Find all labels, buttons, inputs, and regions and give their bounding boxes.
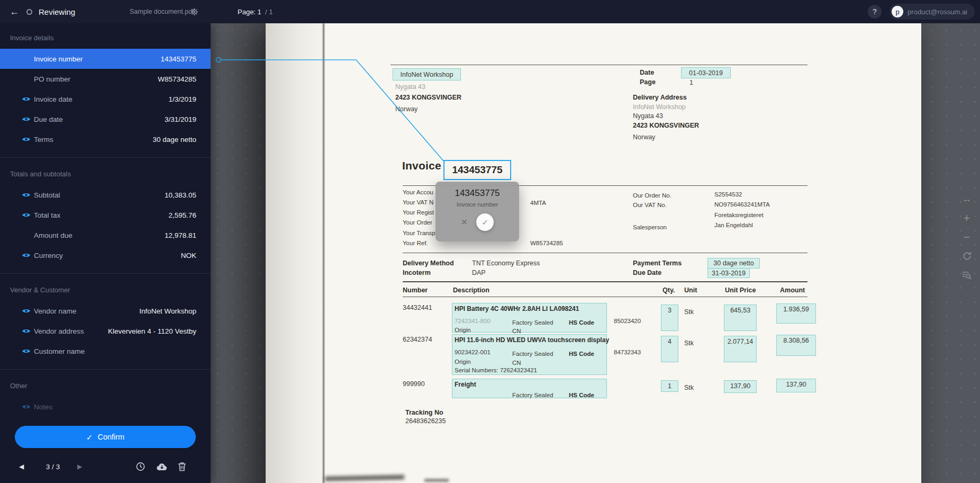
line-item-unit: Stk bbox=[684, 384, 694, 391]
field-label: Terms bbox=[34, 136, 152, 144]
app-root: ← Reviewing Sample document.pdf Page: 1 … bbox=[0, 0, 980, 483]
line-item-qty-box[interactable]: 3 bbox=[661, 305, 678, 331]
field-row-due-date[interactable]: Due date 3/31/2019 bbox=[0, 109, 211, 129]
field-row-invoice-number[interactable]: Invoice number 143453775 bbox=[0, 49, 211, 69]
field-row-vendor-address[interactable]: Vendor address Kleverveien 4 - 1120 Vest… bbox=[0, 321, 211, 341]
top-bar: ← Reviewing Sample document.pdf Page: 1 … bbox=[0, 0, 980, 23]
field-row-total-tax[interactable]: Total tax 2,595.76 bbox=[0, 205, 211, 225]
delivery-city: 2423 KONGSVINGER bbox=[633, 122, 699, 129]
field-row-invoice-date[interactable]: Invoice date 1/3/2019 bbox=[0, 89, 211, 109]
line-item-factory: Factory Sealed bbox=[512, 351, 553, 357]
our-register-value: Foretaksregisteret bbox=[714, 212, 764, 218]
help-button[interactable]: ? bbox=[868, 5, 882, 19]
line-item-qty-box[interactable]: 4 bbox=[661, 336, 678, 362]
fit-width-icon[interactable]: ↔ bbox=[962, 194, 972, 204]
field-value: NOK bbox=[181, 252, 196, 260]
eye-icon[interactable] bbox=[22, 253, 31, 258]
invoice-number-value: 143453775 bbox=[452, 164, 502, 176]
field-label: Vendor name bbox=[34, 307, 139, 315]
your-vat-value: 4MTA bbox=[530, 200, 546, 206]
line-item-title: HPI 11.6-inch HD WLED UWVA touchscreen d… bbox=[455, 336, 609, 344]
field-row-customer-name[interactable]: Customer name bbox=[0, 341, 211, 361]
line-item-serial: Serial Numbers: 72624323421 bbox=[455, 367, 537, 373]
payment-terms-highlight[interactable]: 30 dage netto bbox=[707, 258, 760, 269]
search-text-icon[interactable] bbox=[961, 270, 972, 281]
sender-country: Norway bbox=[395, 105, 418, 113]
zoom-out-icon[interactable]: − bbox=[964, 232, 970, 242]
field-value: Kleverveien 4 - 1120 Vestby bbox=[108, 327, 196, 335]
line-item-title: Freight bbox=[455, 381, 476, 388]
line-item-amount-box[interactable]: 1.936,59 bbox=[776, 303, 816, 324]
field-row-vendor-name[interactable]: Vendor name InfoNet Workshop bbox=[0, 301, 211, 321]
line-item-number: 34432441 bbox=[403, 304, 432, 311]
tracking-value: 26483626235 bbox=[405, 417, 446, 425]
line-item-origin-label: Origin bbox=[455, 359, 471, 365]
approve-check-icon[interactable]: ✓ bbox=[476, 213, 494, 231]
history-clock-icon[interactable] bbox=[135, 462, 146, 472]
line-item-price-box[interactable]: 2.077,14 bbox=[724, 336, 757, 362]
reject-icon[interactable]: ✕ bbox=[461, 218, 468, 227]
eye-icon[interactable] bbox=[22, 404, 31, 410]
field-label: Subtotal bbox=[34, 191, 165, 199]
eye-icon[interactable] bbox=[22, 348, 31, 354]
line-item-amount: 8.308,56 bbox=[783, 337, 809, 344]
line-item-price-box[interactable]: 645,53 bbox=[724, 305, 757, 331]
confirm-button[interactable]: ✓ Confirm bbox=[15, 426, 196, 448]
scan-artifact bbox=[325, 475, 404, 481]
line-item-origin-label: Origin bbox=[455, 327, 471, 333]
rotate-page-icon[interactable] bbox=[962, 251, 972, 261]
due-date-label: Due Date bbox=[633, 269, 661, 276]
zoom-in-icon[interactable]: + bbox=[964, 213, 970, 223]
eye-icon[interactable] bbox=[22, 328, 31, 334]
field-label: Vendor address bbox=[34, 327, 108, 335]
account-menu[interactable]: p product@rossum.ai bbox=[890, 4, 975, 20]
date-label: Date bbox=[640, 69, 654, 76]
field-row-notes[interactable]: Notes bbox=[0, 397, 211, 417]
line-item-qty-box[interactable]: 1 bbox=[661, 380, 678, 392]
date-highlight[interactable]: 01-03-2019 bbox=[681, 67, 731, 78]
eye-icon[interactable] bbox=[22, 192, 31, 198]
line-item-amount-box[interactable]: 8.308,56 bbox=[776, 335, 816, 356]
trash-icon[interactable] bbox=[178, 462, 186, 471]
salesperson-value: Jan Engeldahl bbox=[714, 222, 753, 228]
eye-icon[interactable] bbox=[22, 212, 31, 218]
delivery-street: Nygata 43 bbox=[633, 112, 663, 120]
invoice-page: InfoNet Workshop Nygata 43 2423 KONGSVIN… bbox=[266, 23, 921, 483]
line-item-origin-value: CN bbox=[512, 328, 521, 334]
cloud-download-icon[interactable] bbox=[156, 462, 168, 471]
our-order-value: S2554532 bbox=[714, 191, 742, 198]
back-icon[interactable]: ← bbox=[10, 0, 19, 23]
canvas-toolbar: ↔ + − bbox=[961, 194, 972, 281]
eye-icon[interactable] bbox=[22, 137, 31, 142]
document-canvas[interactable]: InfoNet Workshop Nygata 43 2423 KONGSVIN… bbox=[211, 23, 980, 483]
page-title: Reviewing bbox=[39, 0, 75, 23]
eye-icon[interactable] bbox=[22, 96, 31, 102]
section-title-totals: Totals and subtotals bbox=[0, 168, 211, 181]
eye-icon[interactable] bbox=[22, 117, 31, 122]
col-header-qty: Qty. bbox=[663, 287, 675, 294]
your-ref-value: W85734285 bbox=[530, 240, 563, 246]
salesperson-label: Salesperson bbox=[633, 224, 667, 230]
col-header-description: Description bbox=[453, 287, 489, 294]
gear-icon[interactable] bbox=[190, 0, 198, 23]
eye-icon[interactable] bbox=[22, 308, 31, 314]
vendor-name-highlight[interactable]: InfoNet Workshop bbox=[393, 68, 461, 80]
line-item-price: 137,90 bbox=[730, 382, 750, 390]
field-row-amount-due[interactable]: Amount due 12,978.81 bbox=[0, 225, 211, 245]
invoice-number-bbox[interactable]: 143453775 bbox=[443, 160, 511, 180]
line-item-price-box[interactable]: 137,90 bbox=[724, 380, 757, 393]
due-date-highlight[interactable]: 31-03-2019 bbox=[707, 268, 750, 278]
your-order-label: Your Order bbox=[403, 219, 432, 226]
check-icon: ✓ bbox=[86, 433, 93, 441]
field-value: 2,595.76 bbox=[168, 211, 196, 219]
line-item-amount-box[interactable]: 137,90 bbox=[776, 379, 816, 392]
popup-value: 143453775 bbox=[435, 188, 519, 199]
rule-line bbox=[391, 65, 807, 65]
scan-artifact bbox=[424, 479, 449, 482]
field-row-subtotal[interactable]: Subtotal 10,383.05 bbox=[0, 185, 211, 205]
field-row-currency[interactable]: Currency NOK bbox=[0, 245, 211, 265]
field-row-po-number[interactable]: PO number W85734285 bbox=[0, 69, 211, 89]
line-item-title: HPI Battery 4C 40WHr 2.8AH LI LA098241 bbox=[455, 305, 579, 312]
your-account-label: Your Accou bbox=[403, 189, 433, 195]
field-row-terms[interactable]: Terms 30 dage netto bbox=[0, 129, 211, 149]
